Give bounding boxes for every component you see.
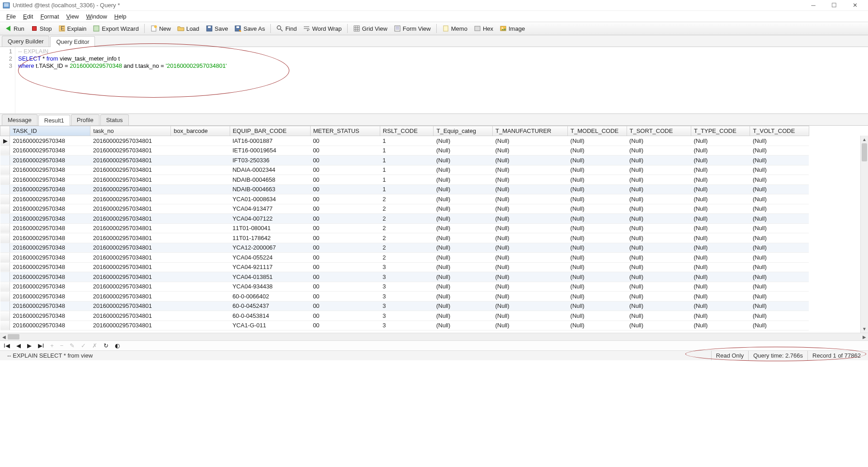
cell[interactable]: (Null) — [691, 194, 750, 204]
tab-profile[interactable]: Profile — [71, 114, 99, 125]
cell[interactable] — [171, 253, 230, 263]
cell[interactable]: (Null) — [750, 301, 809, 311]
cell[interactable]: (Null) — [434, 223, 492, 233]
cell[interactable]: (Null) — [691, 214, 750, 224]
table-row[interactable]: 2016000029570348201600002957034801YCA12-… — [0, 243, 868, 253]
cell[interactable]: (Null) — [434, 204, 492, 214]
column-header[interactable]: T_SORT_CODE — [627, 126, 691, 136]
cell[interactable]: 201600002957034801 — [90, 146, 171, 156]
cell[interactable]: (Null) — [627, 214, 691, 224]
cell[interactable]: (Null) — [492, 262, 567, 272]
cell[interactable]: (Null) — [434, 214, 492, 224]
cell[interactable]: (Null) — [750, 311, 809, 321]
table-row[interactable]: 2016000029570348201600002957034801YCA04-… — [0, 262, 868, 272]
cell[interactable]: (Null) — [568, 175, 627, 185]
cell[interactable]: (Null) — [434, 272, 492, 282]
cell[interactable]: (Null) — [750, 136, 809, 146]
cell[interactable]: 201600002957034801 — [90, 156, 171, 165]
cell[interactable]: (Null) — [750, 204, 809, 214]
gridview-button[interactable]: Grid View — [350, 24, 390, 33]
cell[interactable]: (Null) — [492, 301, 567, 311]
cell[interactable]: (Null) — [750, 175, 809, 185]
cell[interactable]: 00 — [310, 214, 380, 224]
table-row[interactable]: 201600002957034820160000295703480160-0-0… — [0, 292, 868, 302]
cell[interactable]: 201600002957034801 — [90, 136, 171, 146]
cell[interactable]: (Null) — [434, 301, 492, 311]
cell[interactable]: (Null) — [434, 165, 492, 175]
cell[interactable]: YCA04-934438 — [230, 282, 310, 292]
cell[interactable]: (Null) — [492, 214, 567, 224]
nav-last[interactable]: ▶I — [37, 342, 45, 349]
cell[interactable] — [171, 282, 230, 292]
cell[interactable] — [171, 292, 230, 302]
cell[interactable]: (Null) — [627, 184, 691, 194]
cell[interactable]: (Null) — [750, 253, 809, 263]
cell[interactable]: 60-0-0453814 — [230, 311, 310, 321]
cell[interactable]: 201600002957034801 — [90, 262, 171, 272]
nav-refresh[interactable]: ↻ — [103, 342, 109, 349]
cell[interactable]: (Null) — [750, 165, 809, 175]
cell[interactable]: (Null) — [627, 253, 691, 263]
table-row[interactable]: 201600002957034820160000295703480111T01-… — [0, 223, 868, 233]
cell[interactable]: YCA01-0008634 — [230, 194, 310, 204]
cell[interactable]: 2016000029570348 — [10, 311, 90, 321]
column-header[interactable]: RSLT_CODE — [380, 126, 434, 136]
cell[interactable]: (Null) — [691, 253, 750, 263]
cell[interactable]: (Null) — [750, 156, 809, 165]
cell[interactable]: (Null) — [750, 292, 809, 302]
cell[interactable]: 1 — [380, 184, 434, 194]
cell[interactable]: 201600002957034801 — [90, 184, 171, 194]
cell[interactable]: NDAIB-0004663 — [230, 184, 310, 194]
cell[interactable]: 00 — [310, 253, 380, 263]
cell[interactable] — [171, 301, 230, 311]
cell[interactable]: (Null) — [750, 184, 809, 194]
hex-button[interactable]: Hex — [471, 24, 496, 33]
cell[interactable]: 201600002957034801 — [90, 165, 171, 175]
table-row[interactable]: 2016000029570348201600002957034801YCA04-… — [0, 214, 868, 224]
cell[interactable]: 00 — [310, 194, 380, 204]
cell[interactable]: 201600002957034801 — [90, 311, 171, 321]
memo-button[interactable]: Memo — [439, 24, 470, 33]
cell[interactable]: (Null) — [627, 243, 691, 253]
cell[interactable]: (Null) — [434, 156, 492, 165]
cell[interactable]: 2 — [380, 243, 434, 253]
cell[interactable] — [171, 321, 230, 330]
cell[interactable]: IAT16-0001887 — [230, 136, 310, 146]
cell[interactable]: 00 — [310, 204, 380, 214]
column-header[interactable]: METER_STATUS — [310, 126, 380, 136]
cell[interactable]: (Null) — [568, 301, 627, 311]
formview-button[interactable]: Form View — [391, 24, 434, 33]
minimize-button[interactable]: ─ — [803, 0, 824, 11]
cell[interactable]: (Null) — [492, 233, 567, 243]
table-row[interactable]: 2016000029570348201600002957034801IET16-… — [0, 146, 868, 156]
table-row[interactable]: 2016000029570348201600002957034801YCA1-G… — [0, 321, 868, 330]
cell[interactable]: (Null) — [492, 253, 567, 263]
cell[interactable]: 2 — [380, 253, 434, 263]
cell[interactable]: 2016000029570348 — [10, 146, 90, 156]
cell[interactable]: (Null) — [492, 184, 567, 194]
table-row[interactable]: ▶2016000029570348201600002957034801IAT16… — [0, 136, 868, 146]
tab-message[interactable]: Message — [2, 114, 38, 125]
cell[interactable]: 201600002957034801 — [90, 292, 171, 302]
cell[interactable]: 3 — [380, 272, 434, 282]
cell[interactable]: (Null) — [568, 194, 627, 204]
cell[interactable]: (Null) — [627, 204, 691, 214]
cell[interactable]: (Null) — [434, 253, 492, 263]
cell[interactable]: (Null) — [492, 194, 567, 204]
cell[interactable]: (Null) — [750, 282, 809, 292]
cell[interactable]: 201600002957034801 — [90, 204, 171, 214]
cell[interactable]: (Null) — [568, 156, 627, 165]
table-row[interactable]: 2016000029570348201600002957034801IFT03-… — [0, 156, 868, 165]
cell[interactable]: (Null) — [627, 282, 691, 292]
cell[interactable]: (Null) — [568, 184, 627, 194]
cell[interactable]: 2 — [380, 194, 434, 204]
cell[interactable]: 2016000029570348 — [10, 321, 90, 330]
load-button[interactable]: Load — [175, 24, 202, 33]
column-header[interactable]: task_no — [90, 126, 171, 136]
tab-status[interactable]: Status — [100, 114, 129, 125]
cell[interactable]: (Null) — [492, 156, 567, 165]
cell[interactable]: (Null) — [568, 146, 627, 156]
cell[interactable]: NDAIB-0004658 — [230, 175, 310, 185]
column-header[interactable]: EQUIP_BAR_CODE — [230, 126, 310, 136]
cell[interactable]: 2016000029570348 — [10, 136, 90, 146]
